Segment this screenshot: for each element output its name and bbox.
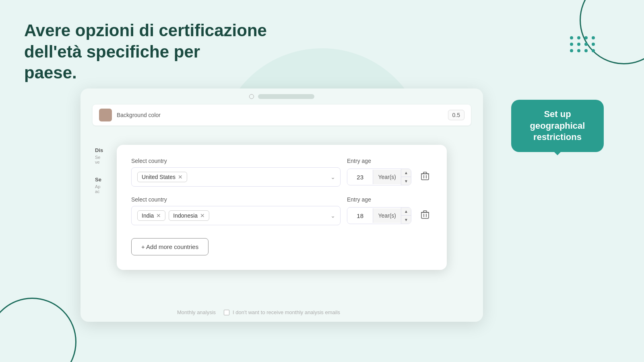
- country-tag-us: United States ✕: [137, 172, 187, 182]
- entry-age-2-value[interactable]: 18: [347, 208, 373, 223]
- geo-restrictions-modal: Select country Entry age United States ✕…: [117, 145, 447, 270]
- row1-entry-label: Entry age: [347, 158, 411, 164]
- entry-age-2: 18 Year(s) ▲ ▼: [347, 207, 411, 224]
- row2-labels: Select country Entry age: [131, 196, 432, 203]
- country-tag-us-label: United States: [142, 174, 175, 180]
- section1-label: Dis: [95, 147, 103, 153]
- entry-age-1-spinners: ▲ ▼: [401, 169, 411, 185]
- row2-entry-label: Entry age: [347, 196, 411, 203]
- row1-labels: Select country Entry age: [131, 158, 432, 164]
- section1-desc1: Se: [95, 155, 103, 160]
- monthly-checkbox[interactable]: [224, 310, 229, 315]
- country-tag-indonesia-remove[interactable]: ✕: [200, 213, 205, 218]
- delete-row-2-button[interactable]: [418, 207, 432, 224]
- entry-age-1-down[interactable]: ▼: [401, 177, 411, 185]
- page-title: Avere opzioni di certificazione dell'età…: [24, 20, 306, 84]
- row2-select-label: Select country: [131, 196, 341, 203]
- bg-color-label: Background color: [117, 112, 443, 118]
- entry-age-1: 23 Year(s) ▲ ▼: [347, 169, 411, 185]
- country-tag-indonesia: Indonesia ✕: [169, 210, 209, 221]
- dot-grid: [570, 36, 596, 52]
- entry-age-1-up[interactable]: ▲: [401, 169, 411, 177]
- entry-age-2-unit: Year(s): [373, 208, 401, 223]
- left-panel: Dis Se ve Se Ap ac: [89, 141, 109, 200]
- country-tag-india-remove[interactable]: ✕: [156, 213, 161, 218]
- entry-age-1-value[interactable]: 23: [347, 170, 373, 185]
- monthly-checkbox-label: I don't want to receive monthly analysis…: [233, 309, 340, 315]
- decorative-circle-bottom-left: [0, 298, 76, 362]
- country-select-1[interactable]: United States ✕: [131, 167, 341, 187]
- entry-age-2-down[interactable]: ▼: [401, 216, 411, 224]
- browser-url-bar: [258, 94, 314, 99]
- tooltip-text: Set up geographical restrictions: [530, 109, 585, 142]
- svg-rect-3: [421, 212, 429, 218]
- row1-select-label: Select country: [131, 158, 341, 164]
- title-line2: paese.: [24, 63, 77, 82]
- delete-row-1-button[interactable]: [418, 169, 432, 186]
- section2-label: Se: [95, 177, 103, 183]
- browser-bar: [80, 88, 483, 105]
- title-line1: Avere opzioni di certificazione dell'età…: [24, 21, 267, 61]
- country-tag-us-remove[interactable]: ✕: [178, 174, 183, 180]
- country-tag-india-label: India: [142, 212, 154, 219]
- country-tag-india: India ✕: [137, 210, 165, 221]
- monthly-checkbox-wrapper[interactable]: I don't want to receive monthly analysis…: [224, 309, 340, 315]
- svg-rect-0: [421, 174, 429, 180]
- bottom-bar: Monthly analysis I don't want to receive…: [161, 303, 483, 322]
- bg-color-row: Background color 0.5: [93, 105, 471, 125]
- entry-age-2-up[interactable]: ▲: [401, 208, 411, 216]
- entry-age-1-unit: Year(s): [373, 170, 401, 184]
- color-swatch: [99, 109, 112, 121]
- browser-dot: [249, 94, 254, 99]
- section1-desc2: ve: [95, 160, 103, 165]
- tooltip-bubble: Set up geographical restrictions: [511, 100, 604, 152]
- country-row-2: India ✕ Indonesia ✕ 18 Year(s) ▲ ▼: [131, 206, 432, 225]
- bg-color-value[interactable]: 0.5: [448, 110, 464, 120]
- country-select-2[interactable]: India ✕ Indonesia ✕: [131, 206, 341, 225]
- monthly-analysis-label: Monthly analysis: [177, 309, 216, 315]
- section2-desc1: Ap: [95, 184, 103, 189]
- add-countries-button[interactable]: + Add more countries: [131, 238, 208, 255]
- decorative-circle-top-right: [580, 0, 644, 64]
- country-tag-indonesia-label: Indonesia: [173, 212, 198, 219]
- country-row-1: United States ✕ 23 Year(s) ▲ ▼: [131, 167, 432, 187]
- section2-desc2: ac: [95, 189, 103, 194]
- entry-age-2-spinners: ▲ ▼: [401, 208, 411, 224]
